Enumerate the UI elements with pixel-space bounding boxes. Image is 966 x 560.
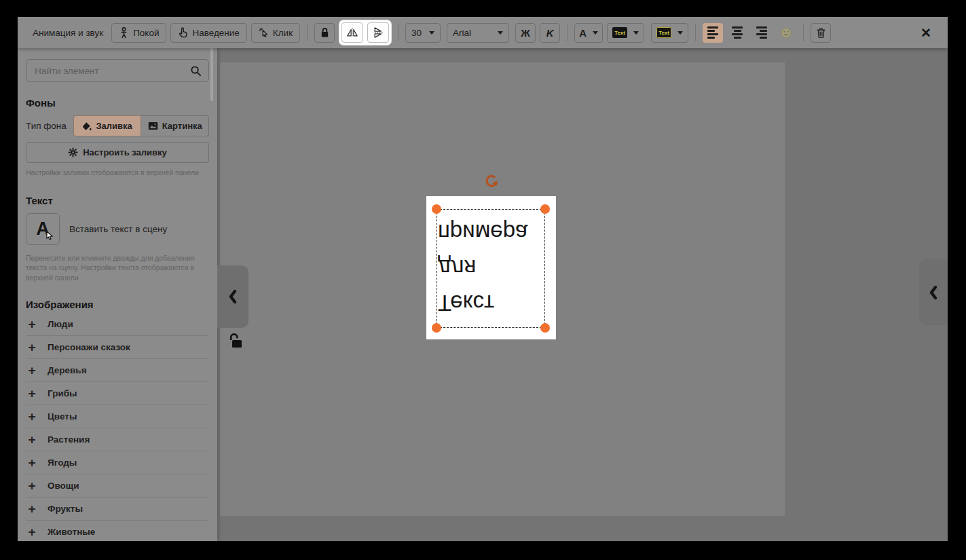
resize-handle-top-left[interactable] [432,204,441,214]
image-category-label: Цветы [48,411,77,422]
image-category-item[interactable]: + Деревья [26,359,209,382]
configure-fill-button[interactable]: Настроить заливку [26,142,209,163]
image-type-button[interactable]: Картинка [141,115,209,136]
plus-icon: + [27,364,37,377]
image-category-item[interactable]: + Животные [26,521,209,541]
configure-fill-label: Настроить заливку [83,147,167,157]
plus-icon: + [27,410,37,423]
fill-color-button[interactable]: Text [607,23,644,43]
sidebar-collapse-tab[interactable] [217,265,248,328]
image-category-item[interactable]: + Грибы [26,382,209,405]
font-size-select[interactable]: 30 [405,23,441,43]
chevron-down-icon [633,31,639,35]
search-icon[interactable] [190,65,202,77]
flip-buttons-highlight [339,20,391,45]
chevron-down-icon [677,31,683,35]
chevron-down-icon [498,31,503,35]
plus-icon: + [27,433,37,446]
toolbar-divider [567,24,568,41]
cursor-icon [45,231,54,240]
scene-lock-indicator[interactable] [229,333,244,352]
state-idle-button[interactable]: Покой [111,23,166,43]
chevron-down-icon [593,31,598,35]
font-size-value: 30 [411,28,422,38]
image-category-label: Животные [48,527,95,537]
images-heading: Изображения [26,299,209,310]
rotate-handle-icon[interactable] [483,174,500,190]
fill-type-button[interactable]: Заливка [73,115,142,136]
flip-horizontal-icon [346,26,358,39]
lock-closed-icon [320,27,330,38]
state-click-label: Клик [273,28,293,38]
image-category-item[interactable]: + Люди [26,313,209,336]
image-category-item[interactable]: + Ягоды [26,451,209,474]
lock-element-button[interactable] [314,23,335,43]
resize-handle-bottom-right[interactable] [540,323,550,333]
person-icon [119,27,129,39]
lock-open-icon [229,333,244,350]
state-hover-button[interactable]: Наведение [170,23,246,43]
image-category-item[interactable]: + Цветы [26,405,209,428]
image-category-label: Растения [48,434,90,445]
plus-icon: + [27,387,37,400]
bold-button[interactable]: Ж [515,23,536,43]
background-color-swatch: Text [656,27,671,38]
align-center-button[interactable] [727,23,747,43]
trash-icon [816,27,826,39]
toolbar-divider [398,24,398,41]
insert-text-button[interactable]: A [26,213,60,245]
font-family-value: Arial [453,28,471,38]
align-left-button[interactable] [703,23,723,43]
resize-handle-bottom-left[interactable] [432,323,441,333]
plus-icon: + [27,456,37,469]
resize-handle-top-right[interactable] [540,204,550,214]
background-type-label: Тип фона [26,121,67,131]
image-category-label: Грибы [48,388,77,398]
selected-text-element[interactable]: Текстдляпримера [426,196,556,339]
text-heading: Текст [26,195,209,206]
toolbar-divider [695,24,696,41]
animation-sound-label: Анимация и звук [33,28,103,38]
text-color-button[interactable]: A [574,23,603,43]
state-click-button[interactable]: Клик [251,23,300,43]
emoji-button[interactable] [776,23,796,43]
close-editor-button[interactable]: ✕ [918,24,934,42]
image-category-label: Деревья [48,365,87,375]
right-panel-expand-tab[interactable] [919,259,948,325]
background-type-row: Тип фона Заливка [26,115,209,136]
flip-horizontal-button[interactable] [341,22,363,43]
image-category-item[interactable]: + Персонажи сказок [26,336,209,359]
background-color-button[interactable]: Text [651,23,688,43]
fill-color-swatch: Text [612,27,627,38]
delete-element-button[interactable] [811,23,831,43]
text-hint-text: Перенесите или кликните дважды для добав… [26,253,209,282]
italic-button[interactable]: K [540,23,560,43]
editor-window: Анимация и звук Покой Наведение [18,17,948,541]
plus-icon: + [27,525,37,538]
image-category-label: Фрукты [48,504,83,514]
flipped-text-content[interactable]: Текстдляпримера [438,214,540,320]
image-category-label: Овощи [48,481,79,491]
font-family-select[interactable]: Arial [447,23,509,43]
image-category-label: Персонажи сказок [48,342,130,352]
image-category-label: Ягоды [48,458,77,468]
sidebar-scrollbar[interactable] [210,48,213,101]
plus-icon: + [27,479,37,492]
flip-vertical-button[interactable] [367,22,389,43]
align-right-button[interactable] [751,23,772,43]
click-cursor-icon [259,27,269,38]
plus-icon: + [27,502,37,515]
image-category-item[interactable]: + Фрукты [26,498,209,521]
image-category-item[interactable]: + Овощи [26,474,209,498]
image-type-label: Картинка [162,121,202,131]
fill-hint-text: Настройки заливки отображаются в верхней… [26,168,209,177]
search-input[interactable] [33,65,190,77]
background-type-switch: Заливка Картинка [73,115,209,136]
image-category-item[interactable]: + Растения [26,428,209,451]
state-idle-label: Покой [133,28,159,38]
align-left-icon [707,26,718,39]
state-hover-label: Наведение [192,28,239,38]
backgrounds-heading: Фоны [26,97,209,109]
insert-text-row: A Вставить текст в сцену [26,213,209,245]
chevron-left-icon [926,284,941,301]
